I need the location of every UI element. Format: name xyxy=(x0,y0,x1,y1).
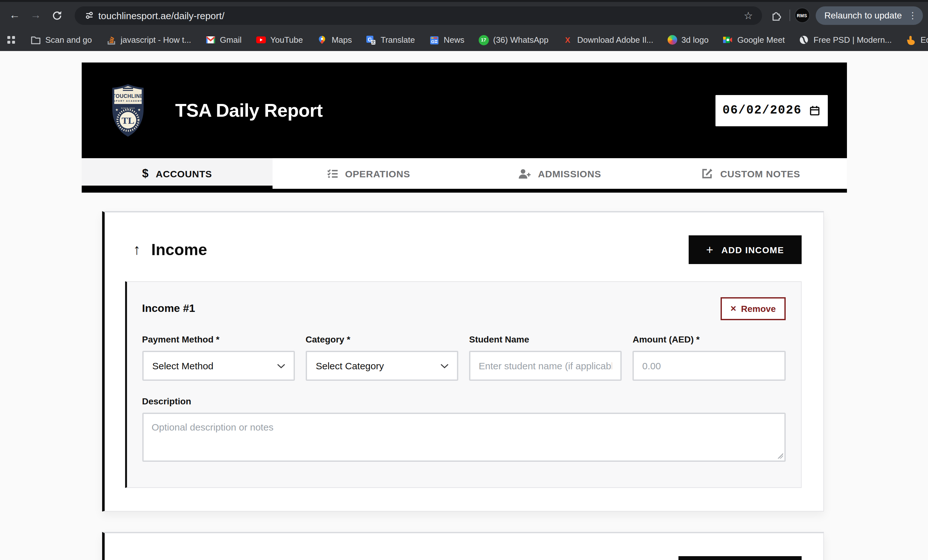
tab-label: OPERATIONS xyxy=(345,168,410,179)
bookmark-label: Free PSD | Modern... xyxy=(814,35,891,45)
site-settings-icon[interactable] xyxy=(81,6,98,24)
profile-avatar[interactable]: RMS xyxy=(794,8,810,23)
address-bar[interactable]: touchlinesport.ae/daily-report/ ☆ xyxy=(75,6,762,24)
bookmark-star-icon[interactable]: ☆ xyxy=(741,9,756,21)
apps-grid-icon xyxy=(6,35,16,45)
app-container: TOUCHLINE SPORT ACADEMY ★ ★ SINCE 2024 T… xyxy=(81,62,847,560)
description-textarea[interactable] xyxy=(142,413,785,462)
date-value: 06/02/2026 xyxy=(722,103,801,117)
relaunch-update-button[interactable]: Relaunch to update ⋮ xyxy=(815,6,923,24)
bookmark-google-meet[interactable]: Google Meet xyxy=(716,35,792,45)
bookmark-whatsapp[interactable]: 17 (36) WhatsApp xyxy=(471,35,555,45)
bookmark-label: Translate xyxy=(381,35,415,45)
tab-operations[interactable]: OPERATIONS xyxy=(273,158,464,189)
report-date-picker[interactable]: 06/02/2026 xyxy=(715,95,827,126)
amount-input[interactable] xyxy=(633,351,786,381)
plus-icon: + xyxy=(706,243,714,257)
bookmark-label: Scan and go xyxy=(45,35,92,45)
browser-toolbar: ← → touchlinesport.ae/daily-report/ ☆ xyxy=(0,0,928,29)
apps-grid-button[interactable] xyxy=(6,31,16,49)
tab-bar: $ ACCOUNTS OPERATIONS xyxy=(81,158,847,189)
category-label: Category * xyxy=(306,334,459,344)
stackoverflow-icon xyxy=(106,35,116,45)
svg-text:★: ★ xyxy=(137,108,140,112)
translate-icon: G 文 xyxy=(366,35,376,45)
tab-label: ACCOUNTS xyxy=(156,168,212,179)
up-arrow-icon: ↑ xyxy=(133,241,140,258)
category-select[interactable]: Select Category xyxy=(306,351,459,381)
edclub-icon xyxy=(906,35,916,45)
back-button[interactable]: ← xyxy=(6,7,23,24)
bookmark-label: EdClub xyxy=(921,35,928,45)
bookmark-label: Google Meet xyxy=(737,35,785,45)
selected-value: Select Method xyxy=(152,361,214,371)
browser-menu-icon[interactable]: ⋮ xyxy=(908,10,917,20)
dollar-icon: $ xyxy=(142,167,149,180)
resize-grip[interactable] xyxy=(777,453,783,459)
gmail-icon xyxy=(205,35,215,45)
bookmark-label: javascript - How t... xyxy=(121,35,191,45)
bookmark-scan-and-go[interactable]: Scan and go xyxy=(24,35,99,45)
whatsapp-icon: 17 xyxy=(478,35,488,45)
svg-text:TOUCHLINE: TOUCHLINE xyxy=(112,93,143,99)
description-label: Description xyxy=(142,396,785,406)
remove-income-button[interactable]: ✕ Remove xyxy=(720,297,785,320)
amount-label: Amount (AED) * xyxy=(633,334,786,344)
bookmark-maps[interactable]: Maps xyxy=(310,35,359,45)
calendar-icon xyxy=(809,105,820,116)
svg-text:TL: TL xyxy=(121,115,134,126)
income-heading: ↑ Income xyxy=(133,240,207,259)
globe-icon xyxy=(799,35,809,45)
income-entry-card: Income #1 ✕ Remove Payment Method * Sele… xyxy=(125,281,801,488)
bookmark-gmail[interactable]: Gmail xyxy=(198,35,249,45)
bookmark-edclub[interactable]: EdClub xyxy=(899,35,928,45)
tab-label: CUSTOM NOTES xyxy=(720,168,800,179)
add-income-button[interactable]: + ADD INCOME xyxy=(689,235,801,264)
person-add-icon xyxy=(518,168,531,179)
tab-divider-bar xyxy=(81,189,847,193)
amount-field: Amount (AED) * xyxy=(633,334,786,381)
bookmark-3d-logo[interactable]: 3d logo xyxy=(660,35,716,45)
forward-button[interactable]: → xyxy=(27,7,44,24)
bookmark-adobe[interactable]: X Download Adobe Il... xyxy=(556,35,661,45)
payment-method-label: Payment Method * xyxy=(142,334,295,344)
touchline-academy-logo: TOUCHLINE SPORT ACADEMY ★ ★ SINCE 2024 T… xyxy=(110,84,145,137)
payment-method-select[interactable]: Select Method xyxy=(142,351,295,381)
payment-method-field: Payment Method * Select Method xyxy=(142,334,295,381)
youtube-icon xyxy=(256,35,266,45)
svg-text:SPORT ACADEMY: SPORT ACADEMY xyxy=(113,100,142,102)
close-icon: ✕ xyxy=(730,304,737,313)
income-section: ↑ Income + ADD INCOME Income #1 ✕ Remove xyxy=(102,211,824,511)
selected-value: Select Category xyxy=(316,361,384,371)
bookmark-free-psd[interactable]: Free PSD | Modern... xyxy=(792,35,899,45)
bookmark-javascript[interactable]: javascript - How t... xyxy=(99,35,198,45)
bookmark-label: Gmail xyxy=(220,35,241,45)
extensions-button[interactable] xyxy=(767,6,785,24)
bookmark-label: Maps xyxy=(331,35,352,45)
svg-text:G: G xyxy=(431,39,434,44)
browser-window: ← → touchlinesport.ae/daily-report/ ☆ xyxy=(0,0,928,560)
reload-button[interactable] xyxy=(49,7,65,24)
maps-icon xyxy=(317,35,327,45)
toolbar-divider xyxy=(789,9,790,21)
tab-custom-notes[interactable]: CUSTOM NOTES xyxy=(655,158,847,189)
next-section-partial xyxy=(102,532,824,560)
add-income-label: ADD INCOME xyxy=(722,245,784,255)
bookmark-translate[interactable]: G 文 Translate xyxy=(359,35,422,45)
svg-text:★: ★ xyxy=(115,108,118,112)
svg-text:文: 文 xyxy=(371,40,375,44)
news-icon: G xyxy=(429,35,439,45)
url-text[interactable]: touchlinesport.ae/daily-report/ xyxy=(98,10,741,21)
add-entry-button-clipped[interactable] xyxy=(678,556,801,560)
bookmark-youtube[interactable]: YouTube xyxy=(249,35,310,45)
reload-icon xyxy=(51,10,62,21)
meet-icon xyxy=(722,35,733,45)
category-field: Category * Select Category xyxy=(306,334,459,381)
page-title: TSA Daily Report xyxy=(175,100,323,121)
relaunch-label: Relaunch to update xyxy=(824,10,902,20)
student-name-input[interactable] xyxy=(469,351,622,381)
tab-accounts[interactable]: $ ACCOUNTS xyxy=(81,158,273,189)
tab-admissions[interactable]: ADMISSIONS xyxy=(464,158,655,189)
bookmark-news[interactable]: G News xyxy=(422,35,471,45)
bookmark-label: Download Adobe Il... xyxy=(577,35,653,45)
